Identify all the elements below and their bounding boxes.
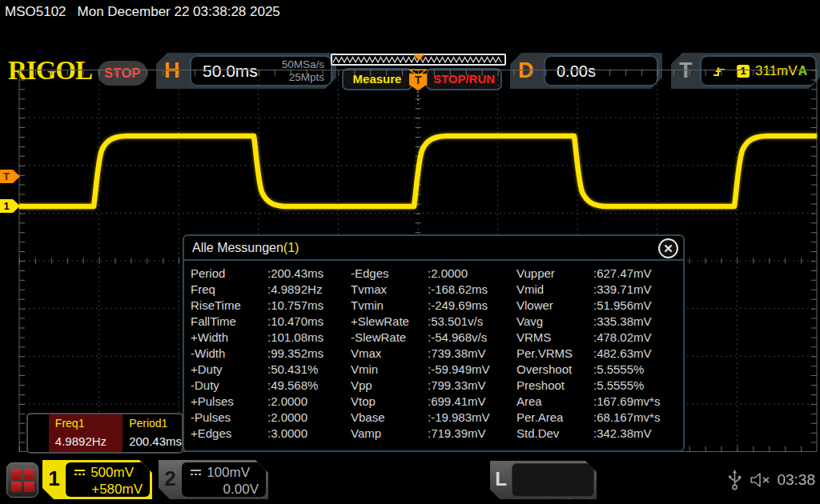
measurement-label: Std.Dev [517, 426, 593, 442]
dc-coupling-icon [74, 468, 86, 477]
measurement-value: :699.41mV [428, 394, 517, 410]
channel1-pod[interactable]: 1 500mV +580mV [42, 460, 152, 499]
measurement-value: :478.02mV [593, 330, 681, 346]
measurement-value: :99.352ms [267, 346, 351, 362]
measure-item-freq1[interactable]: Freq1 4.9892Hz [49, 414, 123, 452]
system-time: 03:38 [777, 471, 815, 489]
channel2-scale: 100mV [207, 464, 250, 481]
channel2-field: 100mV 0.00V [182, 462, 266, 497]
measure-item-value: 4.9892Hz [55, 434, 123, 448]
bottom-bar: 1 500mV +580mV 2 [0, 456, 820, 504]
measure-item-bar: Freq1 4.9892Hz Period1 200.43ms [26, 413, 183, 454]
measurement-label: Vpp [351, 378, 428, 394]
measurement-value: :2.0000 [267, 410, 351, 426]
measurement-value: :2.0000 [267, 394, 351, 410]
measurements-column-2: -Edges:2.0000Tvmax:-168.62msTvmin:-249.6… [351, 266, 517, 442]
measurement-value: :5.5555% [593, 362, 681, 378]
measure-item-period1[interactable]: Period1 200.43ms [123, 414, 182, 452]
measurement-label: +Duty [191, 362, 267, 378]
trigger-level-marker[interactable]: T [0, 170, 20, 183]
measurement-label: Per.Area [517, 410, 593, 426]
measurement-value: :10.757ms [267, 298, 351, 314]
measurement-label: Overshoot [517, 362, 593, 378]
svg-text:T: T [415, 74, 422, 86]
measurement-value: :-54.968v/s [428, 330, 517, 346]
close-icon[interactable]: ✕ [658, 238, 678, 258]
channel1-offset: +580mV [66, 481, 150, 498]
measurement-label: +Edges [191, 426, 267, 442]
measurement-label: Freq [191, 282, 267, 298]
measurement-value: :68.167mv*s [593, 410, 681, 426]
measurement-value: :719.39mV [428, 426, 517, 442]
measurement-label: Vavg [517, 314, 593, 330]
channel2-pod[interactable]: 2 100mV 0.00V [159, 460, 268, 499]
measurement-label: Preshoot [517, 378, 593, 394]
logic-channels-pod[interactable]: L 0 1 2 3 4 5 6 7 8 9 1011 12131415 [490, 461, 597, 499]
measurement-value: :53.501v/s [428, 314, 517, 330]
logic-label: L [490, 461, 512, 499]
measurement-value: :-19.983mV [428, 410, 517, 426]
measurement-label: FallTime [191, 314, 267, 330]
measurement-label: -SlewRate [351, 330, 428, 346]
measurement-value: :335.38mV [593, 314, 681, 330]
measurement-value: :-249.69ms [428, 298, 517, 314]
measurement-value: :627.47mV [593, 266, 681, 282]
measurement-label: VRMS [517, 330, 593, 346]
measurement-label: -Duty [191, 378, 267, 394]
measurement-label: -Width [191, 346, 267, 362]
measurement-value: :167.69mv*s [593, 394, 681, 410]
all-measurements-panel: Alle Messungen(1) ✕ Period:200.43msFreq:… [183, 234, 685, 452]
ch1-ground-marker[interactable]: 1 [0, 199, 20, 213]
channel1-number: 1 [42, 460, 66, 499]
measurement-value: :49.568% [267, 378, 351, 394]
panel-title-text: Alle Messungen [192, 241, 283, 254]
measurement-label: -Edges [351, 266, 428, 282]
measurement-label: Vtop [351, 394, 428, 410]
measurement-label: RiseTime [191, 298, 267, 314]
measure-item-label: Period1 [129, 417, 182, 430]
measurement-value: :739.38mV [428, 346, 517, 362]
channel2-number: 2 [159, 460, 182, 499]
system-icons: 03:38 [728, 456, 820, 504]
logic-channel-numbers: 0 1 2 3 4 5 6 7 8 9 1011 12131415 [512, 463, 594, 497]
memory-position-marker[interactable] [413, 54, 424, 61]
menu-grid-button[interactable] [6, 462, 38, 498]
measurement-label: Vamp [351, 426, 428, 442]
status-line: MSO5102Mon December 22 03:38:28 2025 [0, 0, 820, 24]
measurement-label: Area [517, 394, 593, 410]
measurement-label: Vlower [517, 298, 593, 314]
measurement-value: :342.38mV [593, 426, 681, 442]
model-name: MSO5102 [5, 4, 66, 19]
measurement-value: :200.43ms [267, 266, 351, 282]
measurement-label: Tvmax [351, 282, 428, 298]
measurement-value: :799.33mV [428, 378, 517, 394]
measurement-label: Tvmin [351, 298, 428, 314]
measurement-value: :101.08ms [267, 330, 351, 346]
svg-text:1: 1 [3, 200, 9, 212]
panel-title-count: (1) [283, 241, 299, 254]
measurement-label: +Pulses [191, 394, 267, 410]
measure-item-spacer [28, 414, 49, 452]
panel-title: Alle Messungen(1) ✕ [184, 236, 683, 261]
measurement-value: :10.470ms [267, 314, 351, 330]
measurement-value: :-59.949mV [428, 362, 517, 378]
measurement-label: Period [191, 266, 267, 282]
measurement-value: :339.71mV [593, 282, 681, 298]
measurement-label: Vmid [517, 282, 593, 298]
logic-row-1: 0 1 2 3 4 5 6 7 [512, 495, 593, 504]
measurement-label: -Pulses [191, 410, 267, 426]
measurements-grid: Period:200.43msFreq:4.9892HzRiseTime:10.… [184, 261, 683, 442]
svg-text:T: T [3, 170, 10, 182]
measurement-value: :50.431% [267, 362, 351, 378]
measurement-value: :51.956mV [593, 298, 681, 314]
measurement-label: Vmax [351, 346, 428, 362]
measurement-label: +Width [191, 330, 267, 346]
measurement-label: +SlewRate [351, 314, 428, 330]
memory-overview-strip[interactable] [331, 54, 506, 66]
channel2-offset: 0.00V [182, 481, 266, 498]
measurement-value: :5.5555% [593, 378, 681, 394]
measure-item-value: 200.43ms [129, 434, 182, 448]
measurement-value: :482.63mV [593, 346, 681, 362]
measurement-value: :4.9892Hz [267, 282, 351, 298]
header-bar: RIGOL STOP H 50.0ms 50MSa/s 25Mpts Measu… [0, 24, 820, 68]
